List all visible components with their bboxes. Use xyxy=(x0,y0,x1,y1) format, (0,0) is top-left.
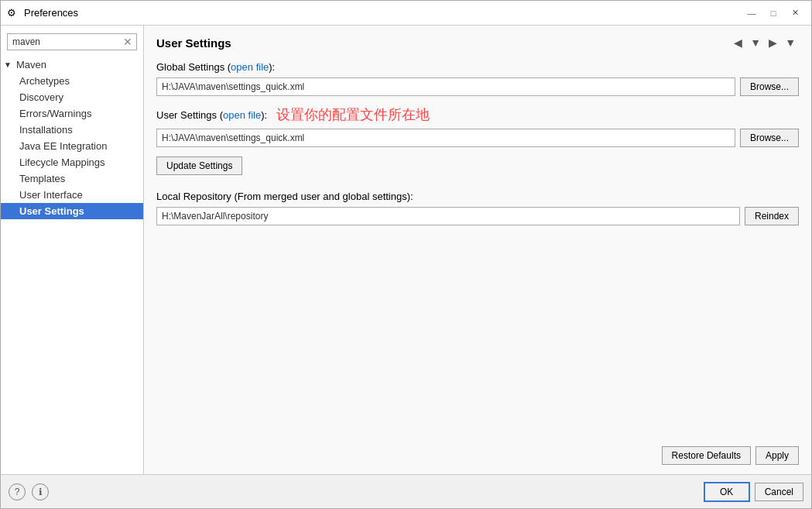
spacer xyxy=(156,235,799,446)
user-settings-input[interactable] xyxy=(156,129,735,147)
local-repo-row: Reindex xyxy=(156,207,799,225)
restore-apply-row: Restore Defaults Apply xyxy=(156,446,799,465)
sidebar-item-user-interface[interactable]: User Interface xyxy=(1,187,143,203)
search-wrapper: ✕ xyxy=(1,30,143,57)
apply-button[interactable]: Apply xyxy=(755,446,799,465)
global-open-file-link[interactable]: open file xyxy=(231,61,269,73)
sidebar-item-discovery[interactable]: Discovery xyxy=(1,89,143,105)
local-repo-label: Local Repository (From merged user and g… xyxy=(156,191,799,202)
close-button[interactable]: ✕ xyxy=(785,5,805,21)
cancel-button[interactable]: Cancel xyxy=(755,483,803,501)
local-repo-input[interactable] xyxy=(156,207,740,225)
panel-header: User Settings ◀ ▼ ▶ ▼ xyxy=(156,35,799,50)
nav-dropdown-button[interactable]: ▼ xyxy=(747,35,764,50)
user-open-file-link[interactable]: open file xyxy=(223,109,261,121)
title-bar-left: ⚙ Preferences xyxy=(7,7,78,19)
help-icon[interactable]: ? xyxy=(9,483,26,500)
global-settings-input[interactable] xyxy=(156,77,735,96)
sidebar-item-maven[interactable]: ▼ Maven xyxy=(1,57,143,73)
bottom-bar: ? ℹ OK Cancel xyxy=(1,474,811,508)
user-browse-button[interactable]: Browse... xyxy=(740,129,799,147)
nav-arrows: ◀ ▼ ▶ ▼ xyxy=(731,35,799,50)
global-settings-row: Browse... xyxy=(156,77,799,96)
nav-back-button[interactable]: ◀ xyxy=(731,35,745,50)
bottom-left: ? ℹ xyxy=(9,483,49,500)
restore-defaults-button[interactable]: Restore Defaults xyxy=(662,446,751,465)
sidebar-item-templates[interactable]: Templates xyxy=(1,170,143,187)
info-icon[interactable]: ℹ xyxy=(32,483,49,500)
app-icon: ⚙ xyxy=(7,7,19,19)
sidebar-item-user-settings[interactable]: User Settings xyxy=(1,203,143,219)
sidebar-item-installations[interactable]: Installations xyxy=(1,122,143,138)
chevron-down-icon: ▼ xyxy=(4,60,13,69)
nav-forward-button[interactable]: ▶ xyxy=(766,35,780,50)
minimize-button[interactable]: — xyxy=(742,5,762,21)
update-settings-button[interactable]: Update Settings xyxy=(156,156,242,175)
panel-inner: User Settings ◀ ▼ ▶ ▼ Global Settings (o… xyxy=(156,35,799,465)
global-settings-label: Global Settings (open file): xyxy=(156,61,799,73)
sidebar: ✕ ▼ Maven Archetypes Discovery Errors/Wa… xyxy=(1,26,144,474)
sidebar-item-java-ee[interactable]: Java EE Integration xyxy=(1,138,143,154)
user-settings-label: User Settings (open file): xyxy=(156,109,267,121)
bottom-right: OK Cancel xyxy=(704,482,803,502)
right-panel: User Settings ◀ ▼ ▶ ▼ Global Settings (o… xyxy=(144,26,811,474)
global-browse-button[interactable]: Browse... xyxy=(740,77,799,96)
reindex-button[interactable]: Reindex xyxy=(745,207,799,225)
window-title: Preferences xyxy=(24,7,78,19)
search-clear-icon[interactable]: ✕ xyxy=(123,36,132,48)
annotation-text: 设置你的配置文件所在地 xyxy=(276,105,430,124)
panel-title: User Settings xyxy=(156,36,231,50)
main-content: ✕ ▼ Maven Archetypes Discovery Errors/Wa… xyxy=(1,26,811,474)
nav-forward-dropdown-button[interactable]: ▼ xyxy=(782,35,799,50)
sidebar-item-errors-warnings[interactable]: Errors/Warnings xyxy=(1,105,143,122)
title-bar: ⚙ Preferences — □ ✕ xyxy=(1,1,811,26)
ok-button[interactable]: OK xyxy=(704,482,750,502)
window-controls: — □ ✕ xyxy=(742,5,805,21)
user-settings-row: Browse... xyxy=(156,129,799,147)
maximize-button[interactable]: □ xyxy=(763,5,783,21)
user-settings-label-row: User Settings (open file): 设置你的配置文件所在地 xyxy=(156,105,799,124)
search-input[interactable] xyxy=(7,33,137,50)
sidebar-item-archetypes[interactable]: Archetypes xyxy=(1,73,143,89)
preferences-window: ⚙ Preferences — □ ✕ ✕ ▼ Maven Archetypes xyxy=(0,0,812,509)
update-settings-row: Update Settings xyxy=(156,156,799,175)
sidebar-item-lifecycle[interactable]: Lifecycle Mappings xyxy=(1,154,143,170)
